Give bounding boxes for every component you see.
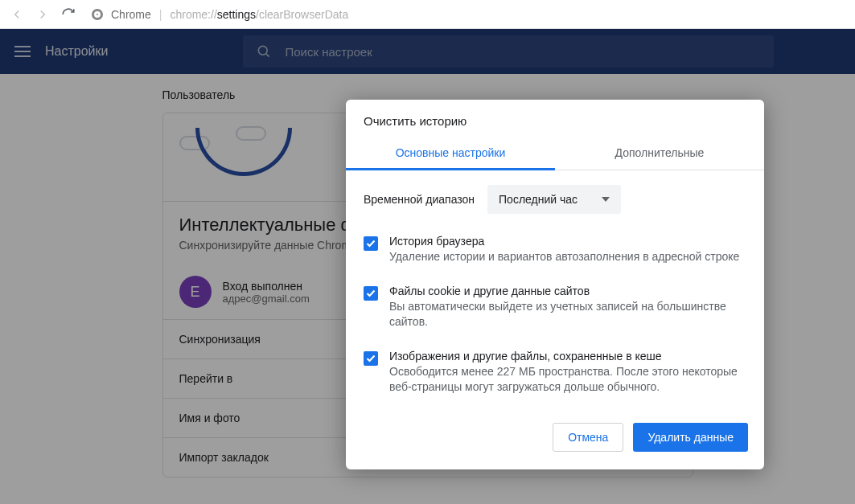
checkbox-checked[interactable] <box>364 236 378 251</box>
dialog-title: Очистить историю <box>346 100 764 136</box>
checkbox-checked[interactable] <box>364 286 378 301</box>
time-range-select[interactable]: Последний час <box>487 185 621 214</box>
cancel-button[interactable]: Отмена <box>553 423 623 452</box>
option-cookies[interactable]: Файлы cookie и другие данные сайтов Вы а… <box>364 277 746 342</box>
browser-toolbar: Chrome | chrome://settings/clearBrowserD… <box>0 0 855 29</box>
chevron-down-icon <box>602 197 610 202</box>
option-browsing-history[interactable]: История браузера Удаление истории и вари… <box>364 227 746 277</box>
tab-basic[interactable]: Основные настройки <box>346 136 555 170</box>
tab-advanced[interactable]: Дополнительные <box>555 136 764 170</box>
clear-data-button[interactable]: Удалить данные <box>633 423 748 452</box>
time-range-label: Временной диапазон <box>364 193 475 206</box>
back-button[interactable] <box>10 7 24 22</box>
address-bar[interactable]: Chrome | chrome://settings/clearBrowserD… <box>87 8 845 21</box>
url-origin: Chrome <box>111 8 151 21</box>
clear-data-dialog: Очистить историю Основные настройки Допо… <box>346 100 764 469</box>
checkbox-checked[interactable] <box>364 351 378 366</box>
dialog-tabs: Основные настройки Дополнительные <box>346 136 764 170</box>
reload-button[interactable] <box>61 7 76 22</box>
option-cache[interactable]: Изображения и другие файлы, сохраненные … <box>364 342 746 407</box>
chrome-icon <box>92 9 103 20</box>
forward-button[interactable] <box>35 7 50 22</box>
